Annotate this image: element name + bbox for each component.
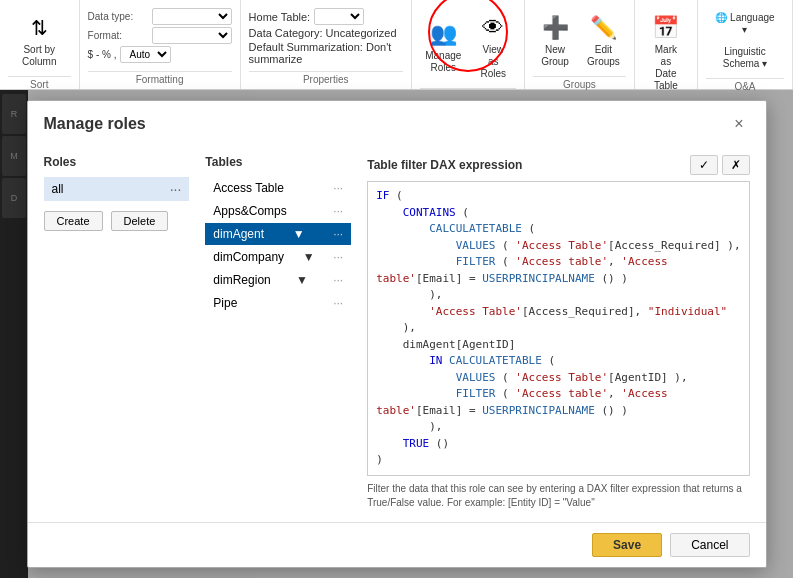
data-type-dropdown[interactable] bbox=[152, 8, 232, 25]
view-as-roles-icon: 👁 bbox=[477, 12, 509, 44]
edit-groups-button[interactable]: ✏️ EditGroups bbox=[581, 8, 626, 72]
new-group-button[interactable]: ➕ NewGroup bbox=[533, 8, 577, 72]
linguistic-schema-label: Linguistic Schema ▾ bbox=[712, 46, 778, 70]
sort-by-column-button[interactable]: ⇅ Sort by Column bbox=[8, 8, 71, 72]
home-table-row: Home Table: bbox=[249, 8, 403, 25]
format-row: Format: bbox=[88, 27, 232, 44]
ribbon-formatting-section: Data type: Format: $ - % , Auto Formatti… bbox=[80, 0, 241, 89]
sort-by-column-label: Sort by Column bbox=[14, 44, 65, 68]
groups-label: Groups bbox=[533, 76, 626, 90]
manage-roles-icon: 👥 bbox=[427, 18, 459, 50]
linguistic-schema-button[interactable]: Linguistic Schema ▾ bbox=[706, 42, 784, 74]
manage-roles-label: ManageRoles bbox=[425, 50, 461, 74]
view-as-roles-label: View asRoles bbox=[477, 44, 510, 80]
ribbon-sort-section: ⇅ Sort by Column Sort bbox=[0, 0, 80, 89]
home-table-text: Home Table: bbox=[249, 11, 311, 23]
edit-groups-icon: ✏️ bbox=[587, 12, 619, 44]
formatting-label: Formatting bbox=[88, 71, 232, 85]
data-type-label: Data type: bbox=[88, 11, 148, 22]
data-category-text: Data Category: Uncategorized bbox=[249, 27, 397, 39]
calendar-icon: 📅 bbox=[650, 12, 682, 44]
properties-controls: Home Table: Data Category: Uncategorized… bbox=[249, 4, 403, 69]
data-category-row: Data Category: Uncategorized bbox=[249, 27, 403, 39]
new-group-label: NewGroup bbox=[541, 44, 569, 68]
new-group-icon: ➕ bbox=[539, 12, 571, 44]
formatting-controls: Data type: Format: $ - % , Auto bbox=[88, 4, 232, 67]
view-as-roles-button[interactable]: 👁 View asRoles bbox=[471, 8, 516, 84]
calendars-group: 📅 Mark asDate Table bbox=[643, 4, 689, 90]
edit-groups-label: EditGroups bbox=[587, 44, 620, 68]
default-summarization-text: Default Summarization: Don't summarize bbox=[249, 41, 403, 65]
home-table-dropdown[interactable] bbox=[314, 8, 364, 25]
properties-label: Properties bbox=[249, 71, 403, 85]
ribbon-groups-section: ➕ NewGroup ✏️ EditGroups Groups bbox=[525, 0, 635, 89]
language-button[interactable]: 🌐 Language ▾ bbox=[706, 8, 784, 40]
manage-roles-button[interactable]: 👥 ManageRoles bbox=[420, 14, 467, 78]
sort-icon: ⇅ bbox=[23, 12, 55, 44]
auto-dropdown[interactable]: Auto bbox=[120, 46, 171, 63]
ribbon-properties-section: Home Table: Data Category: Uncategorized… bbox=[241, 0, 412, 89]
groups-group: ➕ NewGroup ✏️ EditGroups bbox=[533, 4, 626, 76]
qa-label: Q&A bbox=[706, 78, 784, 90]
qa-controls: 🌐 Language ▾ Linguistic Schema ▾ bbox=[706, 4, 784, 78]
security-group: 👥 ManageRoles 👁 View asRoles bbox=[420, 4, 516, 88]
default-summarization-row: Default Summarization: Don't summarize bbox=[249, 41, 403, 65]
number-format-icons: $ - % , bbox=[88, 49, 117, 60]
ribbon: ⇅ Sort by Column Sort Data type: Format:… bbox=[0, 0, 793, 90]
ribbon-security-section: 👥 ManageRoles 👁 View asRoles Security bbox=[412, 0, 525, 89]
number-format-row: $ - % , Auto bbox=[88, 46, 232, 63]
mark-as-date-table-button[interactable]: 📅 Mark asDate Table bbox=[643, 8, 689, 90]
format-label: Format: bbox=[88, 30, 148, 41]
sort-section-label: Sort bbox=[8, 76, 71, 90]
language-label: 🌐 Language ▾ bbox=[712, 12, 778, 36]
mark-as-date-table-label: Mark asDate Table bbox=[649, 44, 683, 90]
ribbon-calendars-section: 📅 Mark asDate Table Calendars bbox=[635, 0, 698, 89]
format-dropdown[interactable] bbox=[152, 27, 232, 44]
ribbon-qa-section: 🌐 Language ▾ Linguistic Schema ▾ Q&A bbox=[698, 0, 793, 89]
data-type-row: Data type: bbox=[88, 8, 232, 25]
sort-group: ⇅ Sort by Column bbox=[8, 4, 71, 76]
